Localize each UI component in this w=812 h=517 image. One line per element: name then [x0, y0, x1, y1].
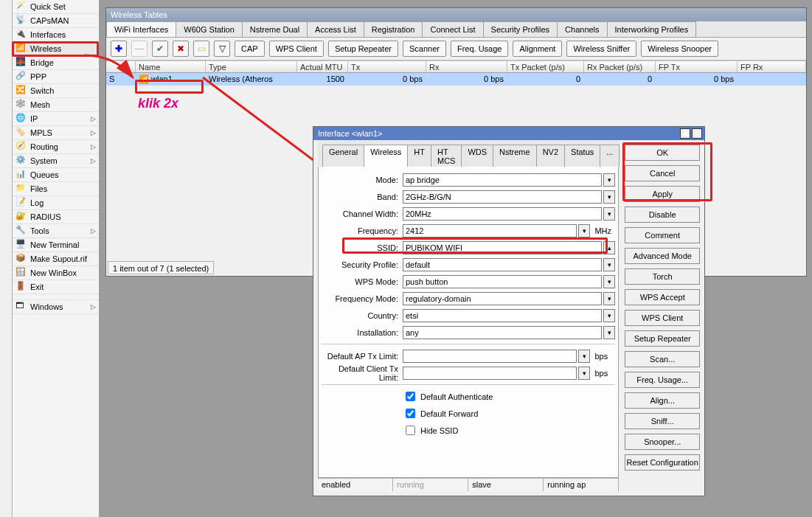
wps-client-button[interactable]: WPS Client	[269, 41, 324, 57]
ssid-field[interactable]	[403, 241, 602, 254]
alignment-button[interactable]: Alignment	[513, 41, 562, 57]
sidebar-item-ppp[interactable]: 🔗PPP	[13, 70, 99, 84]
sidebar-item-interfaces[interactable]: 🔌Interfaces	[13, 28, 99, 42]
iface-tab-nv2[interactable]: NV2	[536, 145, 565, 167]
restore-icon[interactable]: ▣	[680, 128, 690, 139]
comment-dialog-button[interactable]: Comment	[625, 227, 700, 243]
wireless-sniffer-button[interactable]: Wireless Sniffer	[566, 41, 636, 57]
tab-connect-list[interactable]: Connect List	[422, 21, 483, 37]
default-forward-checkbox[interactable]	[406, 409, 415, 418]
tab-nstreme-dual[interactable]: Nstreme Dual	[242, 21, 308, 37]
frequency-mode-field[interactable]	[403, 292, 602, 305]
chevron-down-icon[interactable]: ▾	[603, 275, 615, 288]
chevron-down-icon[interactable]: ▾	[578, 350, 590, 363]
sidebar-item-switch[interactable]: 🔀Switch	[13, 84, 99, 98]
wps-accept-button[interactable]: WPS Accept	[625, 289, 700, 305]
chevron-down-icon[interactable]: ▾	[603, 190, 615, 204]
scan-button[interactable]: Scan...	[625, 351, 700, 367]
default-ap-tx-limit-field[interactable]	[403, 350, 577, 363]
sidebar-item-files[interactable]: 📁Files	[13, 182, 99, 196]
tab-registration[interactable]: Registration	[364, 21, 423, 37]
tab-w60g[interactable]: W60G Station	[176, 21, 242, 37]
installation-field[interactable]	[403, 326, 602, 339]
setup-repeater-dialog-button[interactable]: Setup Repeater	[625, 330, 700, 347]
sidebar-item-capsman[interactable]: 📡CAPsMAN	[13, 14, 99, 28]
table-row[interactable]: S 📶 wlan1 Wireless (Atheros AR9... 1500 …	[106, 73, 806, 86]
sniff-button[interactable]: Sniff...	[625, 413, 700, 429]
country-field[interactable]	[403, 309, 602, 322]
advanced-mode-button[interactable]: Advanced Mode	[625, 248, 700, 264]
cancel-button[interactable]: Cancel	[625, 165, 700, 181]
sidebar-item-system[interactable]: ⚙️System▷	[13, 154, 99, 168]
tab-security-profiles[interactable]: Security Profiles	[483, 21, 558, 37]
setup-repeater-button[interactable]: Setup Repeater	[328, 41, 398, 57]
align-button[interactable]: Align...	[625, 392, 700, 409]
sidebar-item-tools[interactable]: 🔧Tools▷	[13, 224, 99, 238]
comment-button[interactable]: ▭	[193, 41, 209, 57]
close-icon[interactable]: ✕	[692, 128, 702, 139]
channel-width-field[interactable]	[403, 207, 602, 221]
tab-interworking[interactable]: Interworking Profiles	[607, 21, 697, 37]
filter-button[interactable]: ▽	[214, 41, 230, 57]
iface-tab-nstreme[interactable]: Nstreme	[493, 145, 537, 167]
sidebar-item-queues[interactable]: 📊Queues	[13, 168, 99, 182]
tab-access-list[interactable]: Access List	[307, 21, 364, 37]
cap-button[interactable]: CAP	[235, 41, 265, 57]
snooper-button[interactable]: Snooper...	[625, 434, 700, 450]
disable-dialog-button[interactable]: Disable	[625, 207, 700, 223]
wps-mode-field[interactable]	[403, 275, 602, 288]
chevron-down-icon[interactable]: ▾	[603, 326, 615, 339]
ok-button[interactable]: OK	[625, 145, 700, 161]
sidebar-item-log[interactable]: 📝Log	[13, 196, 99, 210]
freq-usage-dialog-button[interactable]: Freq. Usage...	[625, 372, 700, 388]
sidebar-item-quickset[interactable]: 🪄Quick Set	[13, 0, 99, 14]
frequency-field[interactable]	[403, 224, 577, 237]
iface-tab-wds[interactable]: WDS	[461, 145, 493, 167]
iface-tab-more[interactable]: ...	[600, 145, 620, 167]
security-profile-field[interactable]	[403, 258, 602, 271]
chevron-down-icon[interactable]: ▾	[603, 309, 615, 322]
sidebar-item-mesh[interactable]: 🕸️Mesh	[13, 98, 99, 112]
arrow-up-icon[interactable]: ▴	[603, 241, 615, 254]
sidebar-item-newterminal[interactable]: 🖥️New Terminal	[13, 238, 99, 252]
chevron-down-icon[interactable]: ▾	[603, 292, 615, 305]
iface-tab-wireless[interactable]: Wireless	[364, 145, 408, 167]
iface-tab-status[interactable]: Status	[564, 145, 600, 167]
sidebar-item-routing[interactable]: 🧭Routing▷	[13, 140, 99, 154]
band-field[interactable]	[403, 190, 602, 204]
add-button[interactable]: ✚	[111, 41, 127, 57]
sidebar-item-ip[interactable]: 🌐IP▷	[13, 112, 99, 126]
sidebar-item-exit[interactable]: 🚪Exit	[13, 280, 99, 294]
chevron-down-icon[interactable]: ▾	[603, 207, 615, 221]
chevron-down-icon[interactable]: ▾	[578, 224, 590, 237]
default-client-tx-limit-field[interactable]	[403, 367, 577, 380]
sidebar-item-mpls[interactable]: 🏷️MPLS▷	[13, 126, 99, 140]
iface-tab-htmcs[interactable]: HT MCS	[431, 145, 462, 167]
sidebar-item-windows[interactable]: 🗔Windows▷	[13, 300, 99, 314]
reset-configuration-button[interactable]: Reset Configuration	[625, 454, 700, 471]
remove-button[interactable]: —	[131, 41, 148, 57]
chevron-down-icon[interactable]: ▾	[603, 173, 615, 187]
chevron-down-icon[interactable]: ▾	[578, 367, 590, 380]
sidebar-item-makesupout[interactable]: 📦Make Supout.rif	[13, 252, 99, 266]
default-authenticate-checkbox[interactable]	[406, 392, 415, 401]
mode-field[interactable]	[403, 173, 602, 187]
sidebar-item-wireless[interactable]: 📶Wireless	[13, 42, 99, 56]
iface-tab-ht[interactable]: HT	[407, 145, 431, 167]
sidebar-item-bridge[interactable]: 🌉Bridge	[13, 56, 99, 70]
hide-ssid-checkbox[interactable]	[406, 426, 415, 435]
wps-client-dialog-button[interactable]: WPS Client	[625, 310, 700, 326]
disable-button[interactable]: ✖	[173, 41, 189, 57]
iface-tab-general[interactable]: General	[322, 145, 364, 167]
apply-button[interactable]: Apply	[625, 186, 700, 202]
tab-channels[interactable]: Channels	[557, 21, 607, 37]
scanner-button[interactable]: Scanner	[403, 41, 446, 57]
wireless-snooper-button[interactable]: Wireless Snooper	[641, 41, 718, 57]
torch-button[interactable]: Torch	[625, 268, 700, 285]
tab-wifi-interfaces[interactable]: WiFi Interfaces	[106, 21, 176, 37]
chevron-down-icon[interactable]: ▾	[603, 258, 615, 271]
freq-usage-button[interactable]: Freq. Usage	[451, 41, 509, 57]
sidebar-item-newwinbox[interactable]: 🪟New WinBox	[13, 266, 99, 280]
sidebar-item-radius[interactable]: 🔐RADIUS	[13, 210, 99, 224]
enable-button[interactable]: ✔	[152, 41, 168, 57]
